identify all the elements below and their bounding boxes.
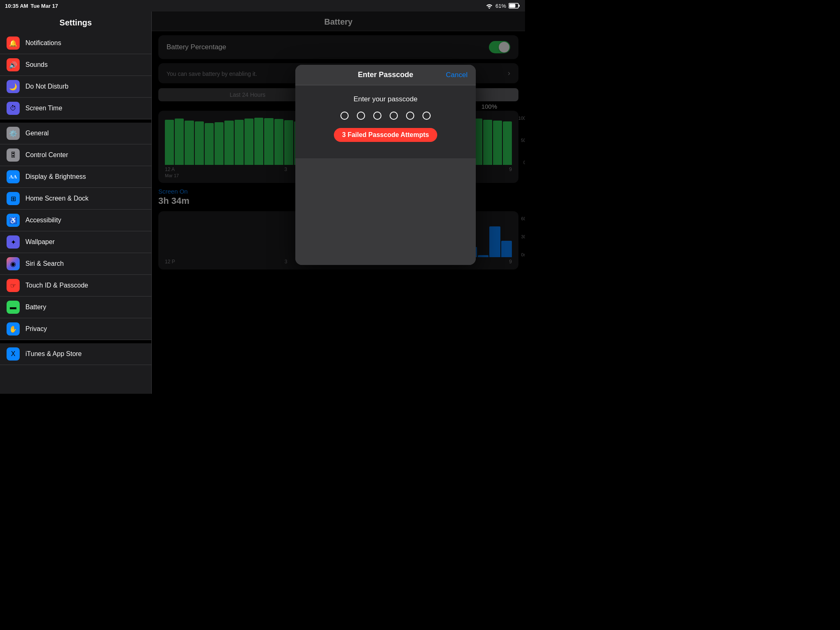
- accessibility-label: Accessibility: [25, 217, 61, 224]
- sidebar: Settings 🔔 Notifications 🔊 Sounds 🌙 Do N…: [0, 11, 152, 394]
- passcode-dot-2: [357, 112, 365, 120]
- privacy-icon: ✋: [7, 322, 20, 336]
- sidebar-section-1: 🔔 Notifications 🔊 Sounds 🌙 Do Not Distur…: [0, 32, 151, 119]
- dialog-header: Enter Passcode Cancel: [295, 65, 476, 85]
- passcode-dot-5: [406, 112, 414, 120]
- siri-label: Siri & Search: [25, 260, 64, 267]
- sidebar-list: 🔔 Notifications 🔊 Sounds 🌙 Do Not Distur…: [0, 32, 151, 394]
- itunes-icon: X: [7, 347, 20, 361]
- general-label: General: [25, 130, 49, 137]
- svg-rect-2: [509, 4, 516, 8]
- main-panel: Battery Battery Percentage You can save …: [152, 11, 525, 394]
- do-not-disturb-icon: 🌙: [7, 80, 20, 93]
- sidebar-item-sounds[interactable]: 🔊 Sounds: [0, 54, 151, 76]
- passcode-dots: [304, 112, 468, 120]
- sidebar-section-3: X iTunes & App Store: [0, 343, 151, 365]
- sidebar-divider-1: [0, 119, 151, 123]
- sidebar-section-2: ⚙️ General 🎛 Control Center AA Display &…: [0, 123, 151, 340]
- home-screen-label: Home Screen & Dock: [25, 195, 89, 202]
- sidebar-item-general[interactable]: ⚙️ General: [0, 123, 151, 144]
- sidebar-item-privacy[interactable]: ✋ Privacy: [0, 318, 151, 340]
- passcode-dialog: Enter Passcode Cancel Enter your passcod…: [295, 65, 476, 265]
- wallpaper-label: Wallpaper: [25, 238, 55, 246]
- touch-id-icon: ☞: [7, 279, 20, 292]
- sidebar-item-itunes[interactable]: X iTunes & App Store: [0, 343, 151, 365]
- passcode-dot-4: [390, 112, 398, 120]
- sidebar-item-notifications[interactable]: 🔔 Notifications: [0, 32, 151, 54]
- failed-attempts-badge: 3 Failed Passcode Attempts: [334, 128, 437, 142]
- dialog-prompt: Enter your passcode: [304, 95, 468, 103]
- battery-icon: [509, 3, 520, 9]
- svg-rect-1: [519, 5, 520, 7]
- status-time: 10:35 AM: [5, 3, 28, 9]
- display-brightness-label: Display & Brightness: [25, 173, 86, 180]
- display-brightness-icon: AA: [7, 170, 20, 183]
- sidebar-item-accessibility[interactable]: ♿ Accessibility: [0, 210, 151, 231]
- control-center-icon: 🎛: [7, 148, 20, 162]
- itunes-label: iTunes & App Store: [25, 350, 82, 358]
- sounds-icon: 🔊: [7, 58, 20, 71]
- do-not-disturb-label: Do Not Disturb: [25, 83, 68, 90]
- status-date: Tue Mar 17: [31, 3, 58, 9]
- touch-id-label: Touch ID & Passcode: [25, 282, 88, 289]
- battery-pct-text: 61%: [495, 3, 506, 9]
- status-right: 61%: [486, 3, 520, 9]
- notifications-label: Notifications: [25, 39, 61, 47]
- sounds-label: Sounds: [25, 61, 48, 68]
- sidebar-item-siri[interactable]: ◉ Siri & Search: [0, 253, 151, 275]
- dialog-keypad: [295, 158, 476, 265]
- sidebar-item-touch-id[interactable]: ☞ Touch ID & Passcode: [0, 275, 151, 297]
- sidebar-item-battery[interactable]: ▬ Battery: [0, 297, 151, 318]
- dialog-cancel-button[interactable]: Cancel: [446, 71, 468, 79]
- sidebar-item-wallpaper[interactable]: ✦ Wallpaper: [0, 231, 151, 253]
- wifi-icon: [486, 3, 493, 9]
- sidebar-item-control-center[interactable]: 🎛 Control Center: [0, 144, 151, 166]
- passcode-dot-6: [422, 112, 431, 120]
- status-bar: 10:35 AM Tue Mar 17 61%: [0, 0, 525, 11]
- privacy-label: Privacy: [25, 325, 47, 333]
- control-center-label: Control Center: [25, 151, 68, 159]
- general-icon: ⚙️: [7, 127, 20, 140]
- battery-sidebar-label: Battery: [25, 304, 46, 311]
- battery-sidebar-icon: ▬: [7, 301, 20, 314]
- screen-time-icon: ⏱: [7, 102, 20, 115]
- siri-icon: ◉: [7, 257, 20, 270]
- home-screen-icon: ⊞: [7, 192, 20, 205]
- sidebar-item-home-screen[interactable]: ⊞ Home Screen & Dock: [0, 188, 151, 210]
- dialog-body: Enter your passcode 3 Failed Passcode At…: [295, 85, 476, 158]
- sidebar-title: Settings: [0, 11, 151, 32]
- accessibility-icon: ♿: [7, 214, 20, 227]
- screen-time-label: Screen Time: [25, 105, 62, 112]
- wallpaper-icon: ✦: [7, 235, 20, 249]
- passcode-dot-3: [373, 112, 381, 120]
- main-layout: Settings 🔔 Notifications 🔊 Sounds 🌙 Do N…: [0, 11, 525, 394]
- dialog-title: Enter Passcode: [358, 71, 413, 79]
- sidebar-item-screen-time[interactable]: ⏱ Screen Time: [0, 98, 151, 119]
- sidebar-item-display-brightness[interactable]: AA Display & Brightness: [0, 166, 151, 188]
- passcode-dot-1: [340, 112, 349, 120]
- notifications-icon: 🔔: [7, 37, 20, 50]
- sidebar-divider-2: [0, 340, 151, 343]
- sidebar-item-do-not-disturb[interactable]: 🌙 Do Not Disturb: [0, 76, 151, 98]
